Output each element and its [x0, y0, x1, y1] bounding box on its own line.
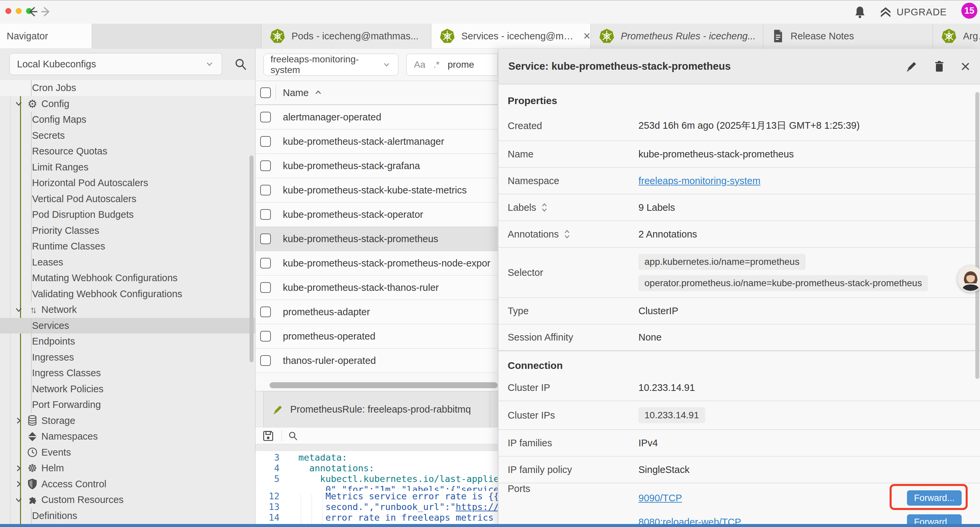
chevron-right-icon[interactable]: [14, 416, 23, 425]
row-checkbox[interactable]: [260, 185, 271, 196]
chevron-right-icon[interactable]: [14, 479, 23, 489]
port-link[interactable]: 9090/TCP: [638, 493, 682, 504]
sidebar-item-label: Leases: [32, 257, 64, 268]
sidebar-item-runtime-classes[interactable]: Runtime Classes: [0, 239, 255, 255]
chevron-down-icon[interactable]: [14, 495, 23, 505]
sidebar-item-storage[interactable]: Storage: [0, 413, 255, 429]
notifications-bell-icon[interactable]: [853, 5, 867, 19]
sidebar-item-network[interactable]: ↑↓Network: [0, 302, 255, 318]
table-row[interactable]: kube-prometheus-stack-thanos-ruler: [256, 275, 498, 300]
details-row-name: Namekube-prometheus-stack-prometheus: [498, 141, 980, 168]
close-window-button[interactable]: [5, 8, 11, 14]
row-checkbox[interactable]: [260, 282, 271, 293]
tab-prometheus-rules[interactable]: Prometheus Rules - icecheng...: [590, 24, 776, 48]
save-icon[interactable]: [262, 430, 274, 442]
sidebar-item-definitions[interactable]: Definitions: [0, 508, 255, 524]
table-row[interactable]: kube-prometheus-stack-prometheus-node-ex…: [256, 251, 498, 275]
sidebar-item-ingresses[interactable]: Ingresses: [0, 350, 255, 366]
yaml-editor[interactable]: 3 metadata:4 annotations:5 kubectl.kuber…: [256, 451, 498, 524]
row-label: Cluster IPs: [508, 410, 638, 421]
sidebar-item-config[interactable]: ⚙Config: [0, 96, 255, 112]
table-row[interactable]: kube-prometheus-stack-kube-state-metrics: [256, 178, 498, 202]
sidebar-item-label: Network Policies: [32, 384, 103, 395]
close-panel-icon[interactable]: ×: [961, 58, 970, 75]
sidebar-item-cron-jobs[interactable]: Cron Jobs: [0, 80, 255, 96]
table-row[interactable]: kube-prometheus-stack-prometheus: [256, 227, 498, 251]
details-scrollbar[interactable]: [975, 92, 979, 379]
sidebar-item-vertical-pod-autoscalers[interactable]: Vertical Pod Autoscalers: [0, 191, 255, 207]
sidebar-item-namespaces[interactable]: Namespaces: [0, 428, 255, 444]
chevron-right-icon[interactable]: [14, 463, 23, 473]
row-checkbox[interactable]: [260, 355, 271, 366]
forward-button[interactable]: Forward...: [907, 490, 962, 506]
sidebar-item-network-policies[interactable]: Network Policies: [0, 381, 255, 397]
tab-navigator[interactable]: Navigator: [0, 24, 92, 48]
select-all-checkbox[interactable]: [260, 88, 271, 98]
tab-release-notes[interactable]: Release Notes: [763, 24, 948, 48]
sidebar-item-config-maps[interactable]: Config Maps: [0, 112, 255, 128]
table-row[interactable]: kube-prometheus-stack-operator: [256, 202, 498, 227]
sidebar-item-ingress-classes[interactable]: Ingress Classes: [0, 365, 255, 381]
sidebar-item-secrets[interactable]: Secrets: [0, 128, 255, 144]
sidebar-item-helm[interactable]: ☸Helm: [0, 460, 255, 476]
tab-services[interactable]: Services - icecheng@math... ×: [431, 24, 599, 48]
line-number: 3: [256, 452, 280, 463]
table-row[interactable]: prometheus-adapter: [256, 300, 498, 324]
row-checkbox[interactable]: [260, 234, 271, 244]
sidebar-item-priority-classes[interactable]: Priority Classes: [0, 223, 255, 239]
sidebar-item-resource-quotas[interactable]: Resource Quotas: [0, 143, 255, 159]
sidebar-item-services[interactable]: Services: [0, 318, 255, 334]
chevron-down-icon[interactable]: [14, 99, 23, 108]
minimize-window-button[interactable]: [16, 8, 22, 14]
sidebar-item-access-control[interactable]: Access Control: [0, 476, 255, 492]
sidebar-item-endpoints[interactable]: Endpoints: [0, 334, 255, 350]
row-checkbox[interactable]: [260, 161, 271, 171]
table-row[interactable]: thanos-ruler-operated: [256, 349, 498, 373]
sidebar-item-mutating-webhook-configurations[interactable]: Mutating Webhook Configurations: [0, 270, 255, 286]
row-checkbox[interactable]: [260, 136, 271, 147]
table-row[interactable]: kube-prometheus-stack-alertmanager: [256, 129, 498, 154]
editor-search-icon[interactable]: [288, 431, 298, 441]
sidebar-item-limit-ranges[interactable]: Limit Ranges: [0, 159, 255, 175]
sidebar-item-validating-webhook-configurations[interactable]: Validating Webhook Configurations: [0, 286, 255, 302]
sidebar-item-leases[interactable]: Leases: [0, 255, 255, 271]
search-icon[interactable]: [234, 57, 248, 72]
kubeconfig-selector[interactable]: Local Kubeconfigs: [10, 53, 222, 75]
tab-pods[interactable]: Pods - icecheng@mathmas...: [261, 24, 447, 48]
column-header-name[interactable]: Name: [283, 88, 323, 99]
horizontal-scrollbar[interactable]: [269, 382, 498, 388]
regex-toggle[interactable]: .*: [433, 59, 440, 70]
details-row-namespace: Namespacefreeleaps-monitoring-system: [498, 168, 980, 194]
table-row[interactable]: prometheus-operated: [256, 324, 498, 349]
sidebar-item-port-forwarding[interactable]: Port Forwarding: [0, 397, 255, 413]
namespace-selector[interactable]: freeleaps-monitoring-system: [264, 54, 398, 76]
back-arrow-icon[interactable]: [26, 5, 39, 18]
sidebar-scrollbar[interactable]: [250, 155, 253, 362]
upgrade-button[interactable]: UPGRADE: [879, 6, 947, 18]
row-checkbox[interactable]: [260, 258, 271, 269]
editor-tab-next[interactable]: [490, 391, 498, 428]
table-row[interactable]: alertmanager-operated: [256, 105, 498, 129]
sidebar-item-horizontal-pod-autoscalers[interactable]: Horizontal Pod Autoscalers: [0, 175, 255, 191]
sort-updown-icon[interactable]: [563, 229, 571, 239]
editor-tab-prometheusrule[interactable]: PrometheusRule: freeleaps-prod-rabbitmq: [263, 391, 490, 428]
row-checkbox[interactable]: [260, 307, 271, 317]
table-row[interactable]: kube-prometheus-stack-grafana: [256, 154, 498, 178]
row-checkbox[interactable]: [260, 112, 271, 123]
edit-pencil-icon[interactable]: [905, 60, 918, 73]
sidebar-item-pod-disruption-budgets[interactable]: Pod Disruption Budgets: [0, 207, 255, 223]
notification-count-badge[interactable]: 15: [961, 3, 977, 19]
sidebar-item-custom-resources[interactable]: Custom Resources: [0, 492, 255, 508]
row-value-link[interactable]: freeleaps-monitoring-system: [638, 175, 760, 186]
row-checkbox[interactable]: [260, 209, 271, 220]
chevron-down-icon[interactable]: [14, 305, 23, 315]
row-checkbox[interactable]: [260, 331, 271, 342]
sort-updown-icon[interactable]: [541, 202, 548, 212]
match-case-toggle[interactable]: Aa: [414, 59, 425, 70]
delete-trash-icon[interactable]: [933, 61, 945, 72]
close-tab-icon[interactable]: ×: [584, 30, 590, 42]
filter-input[interactable]: Aa .* prome: [406, 54, 498, 76]
tab-argo[interactable]: Argo Se: [932, 24, 980, 48]
sidebar-item-events[interactable]: Events: [0, 444, 255, 461]
forward-arrow-icon[interactable]: [39, 5, 53, 18]
